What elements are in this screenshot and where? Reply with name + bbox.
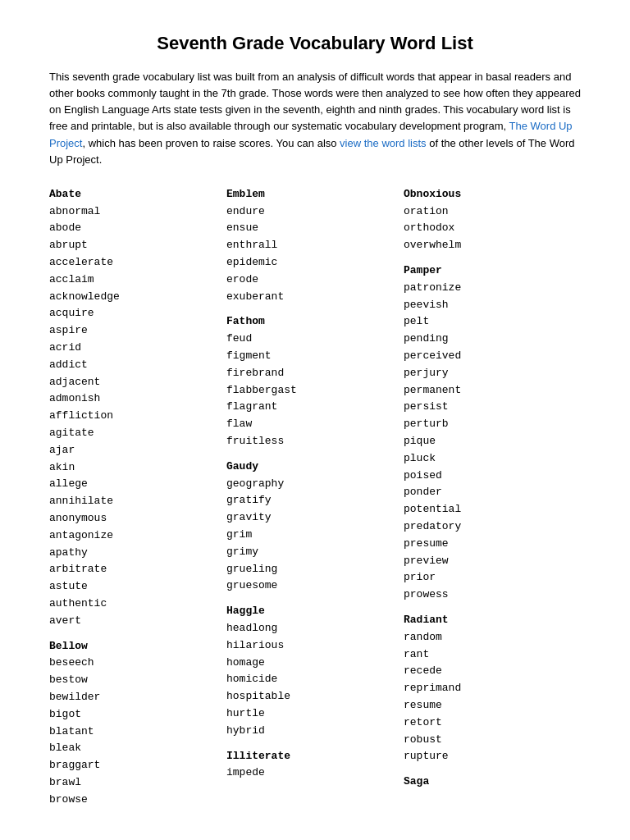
word-item: gratify bbox=[226, 492, 395, 509]
word-item: grueling bbox=[226, 561, 395, 578]
word-spacer bbox=[404, 604, 573, 612]
word-item: abrupt bbox=[49, 237, 218, 254]
word-item: permanent bbox=[404, 382, 573, 399]
word-item: pique bbox=[404, 433, 573, 450]
word-item: aspire bbox=[49, 322, 218, 340]
word-item: Obnoxious bbox=[404, 186, 573, 203]
word-spacer bbox=[226, 595, 395, 603]
word-item: prowess bbox=[404, 587, 573, 604]
word-item: hospitable bbox=[226, 688, 395, 705]
word-item: Saga bbox=[404, 774, 573, 791]
word-item: antagonize bbox=[49, 527, 218, 545]
word-item: patronize bbox=[404, 280, 573, 297]
word-spacer bbox=[226, 305, 395, 313]
word-item: acknowledge bbox=[49, 289, 218, 306]
word-item: exuberant bbox=[226, 289, 395, 306]
word-item: ensue bbox=[226, 220, 395, 237]
word-item: Illiterate bbox=[226, 748, 395, 765]
word-item: grim bbox=[226, 527, 395, 544]
word-item: allege bbox=[49, 476, 218, 493]
word-item: presume bbox=[404, 536, 573, 553]
word-item: arbitrate bbox=[49, 561, 218, 578]
word-spacer bbox=[49, 630, 218, 638]
intro-part1: This seventh grade vocabulary list was b… bbox=[49, 71, 581, 132]
word-item: admonish bbox=[49, 390, 218, 408]
word-item: annihilate bbox=[49, 493, 218, 510]
word-item: bleak bbox=[49, 740, 218, 757]
word-item: Emblem bbox=[226, 186, 395, 203]
word-spacer bbox=[404, 254, 573, 262]
word-item: gravity bbox=[226, 509, 395, 527]
word-item: potential bbox=[404, 501, 573, 518]
word-item: abnormal bbox=[49, 203, 218, 221]
word-item: grimy bbox=[226, 544, 395, 561]
word-item: homage bbox=[226, 655, 395, 672]
word-item: Radiant bbox=[404, 612, 573, 629]
word-item: bewilder bbox=[49, 689, 218, 706]
word-item: flabbergast bbox=[226, 382, 395, 399]
word-spacer bbox=[226, 740, 395, 748]
word-item: Fathom bbox=[226, 313, 395, 331]
word-item: feud bbox=[226, 331, 395, 348]
word-item: accelerate bbox=[49, 254, 218, 272]
intro-part2: , which has been proven to raise scores.… bbox=[82, 137, 340, 149]
word-item: overwhelm bbox=[404, 237, 573, 254]
word-item: gruesome bbox=[226, 578, 395, 595]
word-item: acclaim bbox=[49, 272, 218, 289]
word-item: hurtle bbox=[226, 705, 395, 723]
word-item: enthrall bbox=[226, 237, 395, 254]
word-item: firebrand bbox=[226, 365, 395, 382]
word-item: perceived bbox=[404, 348, 573, 365]
word-item: rupture bbox=[404, 748, 573, 765]
page-title: Seventh Grade Vocabulary Word List bbox=[49, 33, 581, 54]
word-item: affliction bbox=[49, 408, 218, 425]
word-item: astute bbox=[49, 578, 218, 596]
word-item: preview bbox=[404, 553, 573, 570]
word-item: persist bbox=[404, 399, 573, 416]
word-item: Pamper bbox=[404, 262, 573, 280]
word-item: fruitless bbox=[226, 433, 395, 450]
word-item: bestow bbox=[49, 672, 218, 689]
word-item: acquire bbox=[49, 305, 218, 322]
word-spacer bbox=[404, 765, 573, 774]
word-item: erode bbox=[226, 272, 395, 289]
word-item: reprimand bbox=[404, 680, 573, 697]
word-item: flagrant bbox=[226, 399, 395, 416]
word-item: endure bbox=[226, 203, 395, 221]
word-item: agitate bbox=[49, 425, 218, 442]
page-container: Seventh Grade Vocabulary Word List This … bbox=[0, 0, 630, 840]
word-item: predatory bbox=[404, 518, 573, 536]
column-3: ObnoxiousorationorthodoxoverwhelmPamperp… bbox=[404, 186, 581, 809]
word-item: rant bbox=[404, 646, 573, 664]
word-item: adjacent bbox=[49, 374, 218, 391]
view-word-lists-link[interactable]: view the word lists bbox=[340, 137, 426, 149]
word-item: robust bbox=[404, 732, 573, 749]
word-item: ponder bbox=[404, 484, 573, 501]
word-item: pending bbox=[404, 331, 573, 348]
word-item: pelt bbox=[404, 313, 573, 331]
word-item: random bbox=[404, 629, 573, 646]
word-item: pluck bbox=[404, 450, 573, 468]
word-item: impede bbox=[226, 765, 395, 782]
word-item: retort bbox=[404, 714, 573, 732]
word-item: acrid bbox=[49, 340, 218, 357]
word-item: perturb bbox=[404, 416, 573, 433]
word-item: figment bbox=[226, 348, 395, 365]
word-item: Bellow bbox=[49, 638, 218, 655]
word-item: homicide bbox=[226, 671, 395, 688]
word-item: orthodox bbox=[404, 220, 573, 237]
word-item: flaw bbox=[226, 416, 395, 433]
word-item: Gaudy bbox=[226, 459, 395, 476]
word-item: brawl bbox=[49, 774, 218, 792]
word-spacer bbox=[226, 450, 395, 459]
word-item: bigot bbox=[49, 706, 218, 724]
column-1: Abateabnormalabodeabruptaccelerateacclai… bbox=[49, 186, 226, 809]
word-item: braggart bbox=[49, 757, 218, 774]
column-2: Emblemendureensueenthrallepidemicerodeex… bbox=[226, 186, 404, 809]
word-item: perjury bbox=[404, 365, 573, 382]
word-item: Abate bbox=[49, 186, 218, 203]
word-item: peevish bbox=[404, 297, 573, 314]
word-item: poised bbox=[404, 468, 573, 485]
word-item: hilarious bbox=[226, 637, 395, 655]
word-item: oration bbox=[404, 203, 573, 221]
